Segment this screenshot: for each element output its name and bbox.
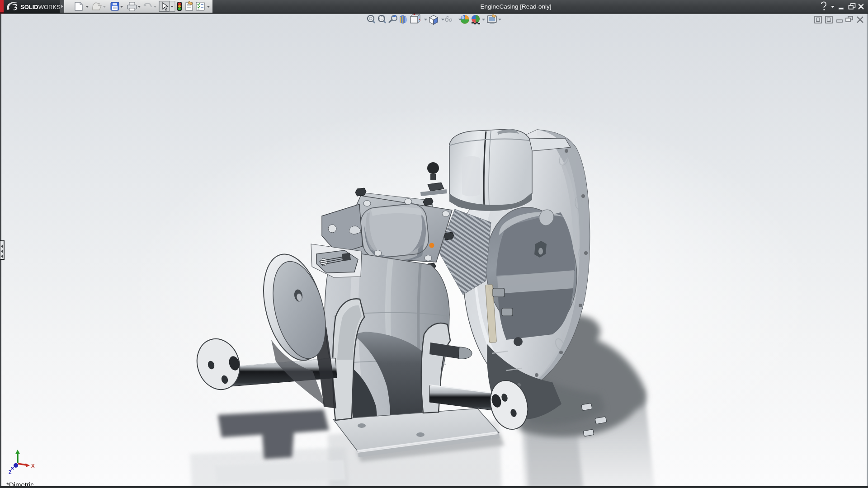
- svg-text:6o: 6o: [445, 15, 452, 23]
- svg-text:X: X: [31, 463, 35, 469]
- svg-text:Z: Z: [9, 469, 12, 475]
- svg-text:SOLIDWORKS: SOLIDWORKS: [20, 4, 61, 10]
- svg-text:EngineCasing [Read-only]: EngineCasing [Read-only]: [481, 3, 552, 10]
